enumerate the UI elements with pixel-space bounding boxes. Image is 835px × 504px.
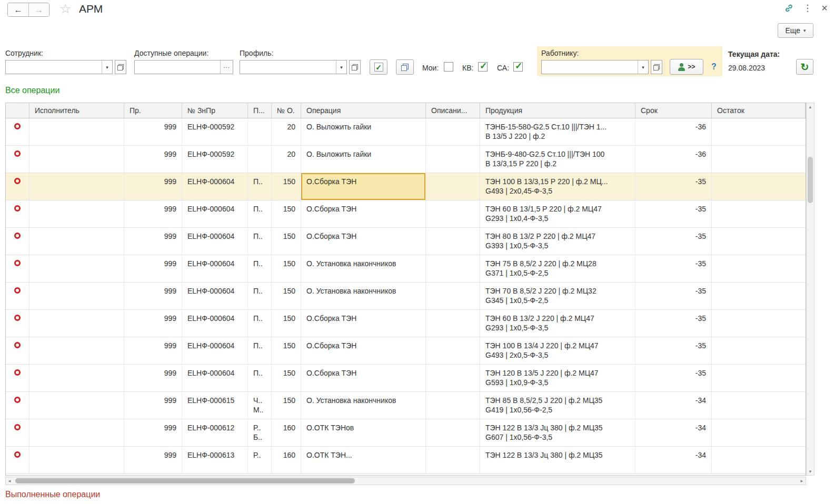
cell-ostatok[interactable]: [712, 200, 806, 227]
cell-ostatok[interactable]: [712, 228, 806, 255]
cell-srok[interactable]: -35: [635, 255, 712, 282]
cell-p[interactable]: П..: [248, 337, 272, 364]
cell-status[interactable]: [6, 283, 29, 309]
cell-product[interactable]: ТЭН 100 В 13/4 J 220 | ф.2 МЦ47G493 | 2х…: [480, 337, 635, 364]
cell-product[interactable]: ТЭН 122 В 13/3 Jц 380 | ф.2 МЦ35: [480, 447, 635, 473]
cell-znpr[interactable]: ELHФ-000592: [182, 146, 248, 173]
cell-no[interactable]: 150: [272, 255, 301, 282]
column-header-p[interactable]: П...: [248, 103, 272, 118]
cell-pr[interactable]: 999: [124, 200, 182, 227]
cell-ostatok[interactable]: [712, 146, 806, 173]
table-row[interactable]: 999ELHФ-00059220О. Выложить гайкиТЭНБ-9-…: [6, 146, 806, 173]
menu-kebab-icon[interactable]: ⋮: [803, 3, 812, 14]
favorite-star-icon[interactable]: ☆: [59, 1, 71, 16]
cell-status[interactable]: [6, 419, 29, 446]
cell-znpr[interactable]: ELHФ-000612: [182, 419, 248, 446]
cell-operation[interactable]: О.Сборка ТЭН: [301, 173, 426, 200]
cell-ostatok[interactable]: [712, 173, 806, 200]
cell-executor[interactable]: [29, 337, 124, 364]
cell-znpr[interactable]: ELHФ-000604: [182, 310, 248, 337]
cell-znpr[interactable]: ELHФ-000604: [182, 337, 248, 364]
cell-no[interactable]: 150: [272, 173, 301, 200]
table-row[interactable]: 999ELHФ-000604П..150О.Сборка ТЭНТЭН 100 …: [6, 337, 806, 365]
table-row[interactable]: 999ELHФ-000604П..150О.Сборка ТЭНТЭН 60 В…: [6, 310, 806, 337]
forward-button[interactable]: →: [28, 3, 49, 16]
cell-operation[interactable]: О.ОТК ТЭНов: [301, 419, 426, 446]
column-header-no[interactable]: № О.: [272, 103, 301, 118]
cell-product[interactable]: ТЭН 80 В 13/2 Р 220 | ф.2 МЦ47G393 | 1х0…: [480, 228, 635, 255]
cell-pr[interactable]: 999: [124, 255, 182, 282]
scroll-left-icon[interactable]: ◄: [6, 477, 13, 485]
cell-pr[interactable]: 999: [124, 365, 182, 391]
cell-executor[interactable]: [29, 173, 124, 200]
column-header-operation[interactable]: Операция: [301, 103, 426, 118]
cell-no[interactable]: 150: [272, 392, 301, 419]
cell-operation[interactable]: О. Установка накончников: [301, 283, 426, 309]
cell-pr[interactable]: 999: [124, 310, 182, 337]
link-icon[interactable]: [784, 4, 793, 13]
cell-p[interactable]: П..: [248, 283, 272, 309]
table-row[interactable]: 999ELHФ-000613Р..160О.ОТК ТЭН...ТЭН 122 …: [6, 447, 806, 474]
cell-srok[interactable]: -35: [635, 337, 712, 364]
cell-p[interactable]: Ч.. М..: [248, 392, 272, 419]
done-operations-link[interactable]: Выполненные операции: [5, 490, 100, 499]
column-header-ostatok[interactable]: Остаток: [712, 103, 806, 118]
cell-status[interactable]: [6, 337, 29, 364]
table-row[interactable]: 999ELHФ-000604П..150О.Сборка ТЭНТЭН 100 …: [6, 173, 806, 200]
vertical-scroll-thumb[interactable]: [808, 157, 813, 203]
cell-status[interactable]: [6, 146, 29, 173]
cell-p[interactable]: [248, 118, 272, 145]
cell-p[interactable]: П..: [248, 228, 272, 255]
cell-ostatok[interactable]: [712, 118, 806, 145]
cell-p[interactable]: П..: [248, 200, 272, 227]
back-button[interactable]: ←: [8, 3, 28, 16]
cell-znpr[interactable]: ELHФ-000604: [182, 283, 248, 309]
employee-open-button[interactable]: [115, 60, 126, 74]
cell-product[interactable]: ТЭН 122 В 13/3 Jц 380 | ф.2 МЦ35G607 | 1…: [480, 419, 635, 446]
column-header-srok[interactable]: Срок: [635, 103, 712, 118]
cell-status[interactable]: [6, 392, 29, 419]
cell-pr[interactable]: 999: [124, 419, 182, 446]
cell-product[interactable]: ТЭН 60 В 13/2 J 220 | ф.2 МЦ47G293 | 1х0…: [480, 310, 635, 337]
cell-pr[interactable]: 999: [124, 283, 182, 309]
cell-srok[interactable]: -34: [635, 392, 712, 419]
cell-p[interactable]: Р..: [248, 447, 272, 473]
table-row[interactable]: 999ELHФ-000612Р.. Б..160О.ОТК ТЭНовТЭН 1…: [6, 419, 806, 447]
cell-operation[interactable]: О.ОТК ТЭН...: [301, 447, 426, 473]
cell-status[interactable]: [6, 310, 29, 337]
cell-description[interactable]: [426, 310, 480, 337]
cell-no[interactable]: 150: [272, 365, 301, 391]
cell-executor[interactable]: [29, 118, 124, 145]
cell-srok[interactable]: -36: [635, 118, 712, 145]
cell-executor[interactable]: [29, 310, 124, 337]
cell-no[interactable]: 150: [272, 283, 301, 309]
my-checkbox[interactable]: [444, 62, 453, 72]
cell-no[interactable]: 150: [272, 337, 301, 364]
cell-description[interactable]: [426, 419, 480, 446]
cell-srok[interactable]: -35: [635, 365, 712, 391]
cell-srok[interactable]: -35: [635, 283, 712, 309]
cell-status[interactable]: [6, 228, 29, 255]
cell-executor[interactable]: [29, 228, 124, 255]
cell-status[interactable]: [6, 118, 29, 145]
cell-product[interactable]: ТЭН 85 В 8,5/2,5 J 220 | ф.2 МЦ35G419 | …: [480, 392, 635, 419]
cell-product[interactable]: ТЭН 100 В 13/3,15 Р 220 | ф.2 МЦ...G493 …: [480, 173, 635, 200]
cell-operation[interactable]: О.Сборка ТЭН: [301, 310, 426, 337]
cell-znpr[interactable]: ELHФ-000604: [182, 228, 248, 255]
cell-operation[interactable]: О.Сборка ТЭН: [301, 337, 426, 364]
cell-status[interactable]: [6, 173, 29, 200]
confirm-check-button[interactable]: ✓: [370, 59, 387, 75]
cell-description[interactable]: [426, 283, 480, 309]
cell-p[interactable]: П..: [248, 365, 272, 391]
column-header-description[interactable]: Описани...: [426, 103, 480, 118]
cell-status[interactable]: [6, 365, 29, 391]
cell-p[interactable]: [248, 146, 272, 173]
cell-executor[interactable]: [29, 447, 124, 473]
employee-input[interactable]: ▾: [5, 60, 113, 74]
assign-worker-button[interactable]: >>: [670, 59, 703, 75]
column-header-product[interactable]: Продукция: [480, 103, 635, 118]
cell-ostatok[interactable]: [712, 392, 806, 419]
close-icon[interactable]: ×: [821, 2, 828, 14]
cell-ostatok[interactable]: [712, 365, 806, 391]
cell-ostatok[interactable]: [712, 337, 806, 364]
